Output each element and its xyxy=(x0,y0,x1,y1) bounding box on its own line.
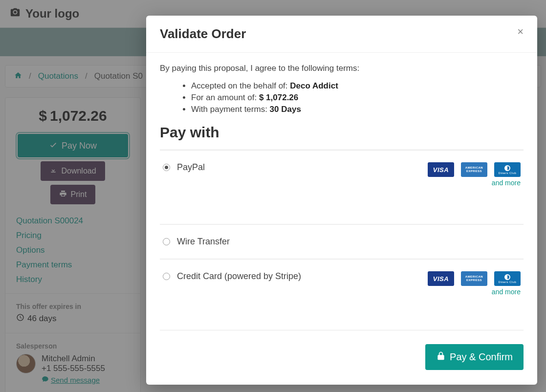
term-payment: With payment terms: 30 Days xyxy=(191,105,524,114)
term-accepted-prefix: Accepted on the behalf of: xyxy=(191,81,290,90)
payment-option-paypal[interactable]: PayPal VISA AMERICAN EXPRESS Diners Club… xyxy=(160,150,524,224)
diners-icon: Diners Club xyxy=(494,271,521,286)
modal-footer: Pay & Confirm xyxy=(146,334,537,385)
term-payment-value: 30 Days xyxy=(270,105,301,114)
modal-header: Validate Order × xyxy=(146,16,537,53)
payment-option-stripe[interactable]: Credit Card (powered by Stripe) VISA AME… xyxy=(160,259,524,330)
term-amount-prefix: For an amount of: xyxy=(191,93,259,102)
pay-confirm-label: Pay & Confirm xyxy=(450,351,513,363)
and-more-link[interactable]: and more xyxy=(492,288,521,296)
terms-intro: By paying this proposal, I agree to the … xyxy=(160,64,524,73)
payment-label-stripe: Credit Card (powered by Stripe) xyxy=(177,271,301,282)
modal-title: Validate Order xyxy=(160,26,246,42)
pay-confirm-button[interactable]: Pay & Confirm xyxy=(425,344,524,370)
radio-paypal[interactable] xyxy=(163,164,170,171)
term-amount: For an amount of: $ 1,072.26 xyxy=(191,93,524,103)
close-icon[interactable]: × xyxy=(517,26,524,37)
radio-wire[interactable] xyxy=(163,238,170,245)
diners-icon: Diners Club xyxy=(494,162,521,177)
visa-icon: VISA xyxy=(428,271,454,286)
term-accepted-value: Deco Addict xyxy=(290,81,338,90)
lock-icon xyxy=(436,351,446,363)
terms-list: Accepted on the behalf of: Deco Addict F… xyxy=(160,81,524,114)
and-more-link[interactable]: and more xyxy=(492,179,521,187)
pay-with-heading: Pay with xyxy=(160,124,524,141)
term-amount-value: $ 1,072.26 xyxy=(259,93,298,102)
payment-label-paypal: PayPal xyxy=(177,162,205,173)
payment-option-wire[interactable]: Wire Transfer xyxy=(160,224,524,259)
term-accepted: Accepted on the behalf of: Deco Addict xyxy=(191,81,524,91)
validate-order-modal: Validate Order × By paying this proposal… xyxy=(146,16,537,385)
cards-paypal: VISA AMERICAN EXPRESS Diners Club and mo… xyxy=(428,162,521,187)
payment-label-wire: Wire Transfer xyxy=(177,237,230,247)
amex-icon: AMERICAN EXPRESS xyxy=(461,162,487,177)
amex-icon: AMERICAN EXPRESS xyxy=(461,271,487,286)
term-payment-prefix: With payment terms: xyxy=(191,105,270,114)
cards-stripe: VISA AMERICAN EXPRESS Diners Club and mo… xyxy=(428,271,521,296)
visa-icon: VISA xyxy=(428,162,454,177)
radio-stripe[interactable] xyxy=(163,273,170,280)
payment-method-list: PayPal VISA AMERICAN EXPRESS Diners Club… xyxy=(160,150,524,330)
